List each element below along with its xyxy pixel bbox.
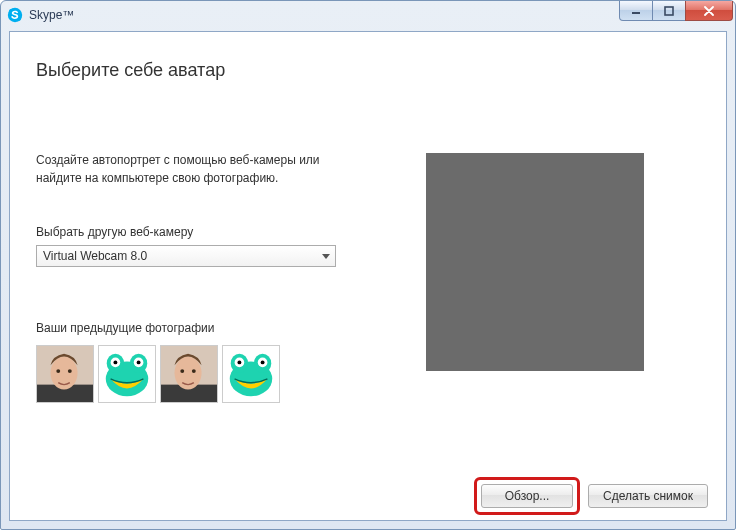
chevron-down-icon [317, 246, 335, 266]
svg-rect-4 [665, 7, 673, 15]
svg-point-9 [68, 369, 72, 373]
webcam-preview [426, 153, 644, 371]
avatar-thumb[interactable] [98, 345, 156, 403]
webcam-select[interactable]: Virtual Webcam 8.0 [36, 245, 336, 267]
svg-point-8 [56, 369, 60, 373]
svg-point-17 [137, 360, 141, 364]
avatar-thumb[interactable] [36, 345, 94, 403]
avatar-thumb[interactable] [160, 345, 218, 403]
previous-photos [36, 345, 366, 403]
close-button[interactable] [685, 1, 733, 21]
highlight-annotation: Обзор... [474, 477, 580, 515]
dialog-footer: Обзор... Сделать снимок [10, 472, 726, 520]
svg-point-16 [113, 360, 117, 364]
take-snapshot-button[interactable]: Сделать снимок [588, 484, 708, 508]
svg-point-22 [192, 369, 196, 373]
page-heading: Выберите себе аватар [36, 60, 700, 81]
dialog-content: Выберите себе аватар Создайте автопортре… [10, 32, 726, 520]
svg-rect-3 [632, 12, 640, 14]
avatar-thumb[interactable] [222, 345, 280, 403]
previous-photos-label: Ваши предыдущие фотографии [36, 321, 366, 335]
window-controls [620, 1, 733, 21]
svg-point-29 [237, 360, 241, 364]
skype-icon [7, 7, 23, 23]
webcam-select-value: Virtual Webcam 8.0 [43, 249, 147, 263]
instruction-text: Создайте автопортрет с помощью веб-камер… [36, 151, 366, 187]
client-area: Выберите себе аватар Создайте автопортре… [9, 31, 727, 521]
webcam-select-label: Выбрать другую веб-камеру [36, 225, 366, 239]
app-window: Skype™ Выберите себе аватар Создайте авт… [0, 0, 736, 530]
minimize-button[interactable] [619, 1, 653, 21]
svg-point-30 [261, 360, 265, 364]
titlebar: Skype™ [1, 1, 735, 29]
svg-point-21 [180, 369, 184, 373]
browse-button[interactable]: Обзор... [481, 484, 573, 508]
maximize-button[interactable] [652, 1, 686, 21]
